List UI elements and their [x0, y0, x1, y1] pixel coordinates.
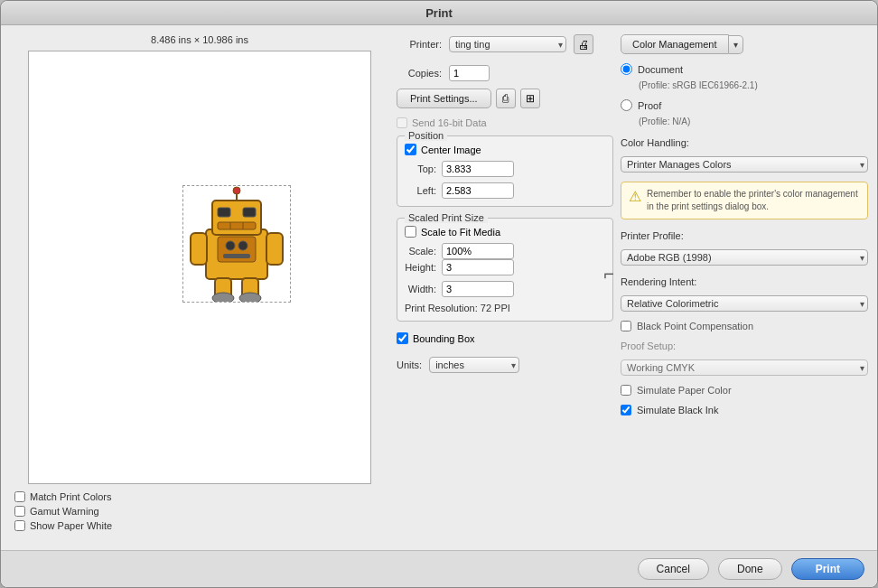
printer-label: Printer:: [397, 39, 442, 50]
color-management-header: Color Management ▾: [621, 34, 868, 54]
rendering-intent-select[interactable]: Relative Colorimetric: [621, 295, 868, 312]
printer-profile-select[interactable]: Adobe RGB (1998): [621, 249, 868, 266]
left-panel: 8.486 ins × 10.986 ins: [10, 34, 389, 541]
preview-area: [28, 51, 371, 484]
warning-icon: ⚠: [629, 188, 641, 205]
bounding-box-row: Bounding Box: [397, 332, 613, 344]
print-button[interactable]: Print: [791, 558, 864, 580]
svg-point-17: [212, 293, 234, 302]
scale-field-row: Scale:: [405, 243, 605, 259]
scaled-print-size-group: Scaled Print Size Scale to Fit Media Sca…: [397, 218, 613, 322]
svg-rect-14: [266, 233, 283, 265]
proof-radio-label: Proof: [638, 100, 661, 111]
robot-image: [183, 186, 290, 302]
units-select[interactable]: inches: [429, 357, 519, 373]
proof-setup-select[interactable]: Working CMYK: [621, 359, 868, 376]
color-handling-select[interactable]: Printer Manages Colors: [621, 156, 868, 173]
top-field-row: Top:: [405, 161, 605, 177]
show-paper-white-checkbox[interactable]: [14, 520, 25, 531]
width-field-row: Width:: [405, 281, 605, 297]
color-handling-label: Color Handling:: [621, 137, 868, 148]
top-label: Top:: [405, 163, 436, 174]
match-print-colors-checkbox[interactable]: [14, 491, 25, 502]
gamut-warning-row: Gamut Warning: [14, 506, 112, 517]
printer-profile-label: Printer Profile:: [621, 230, 868, 241]
done-button[interactable]: Done: [718, 558, 782, 580]
proof-radio-row: Proof: [621, 99, 868, 111]
svg-point-18: [239, 293, 261, 302]
dialog-body: 8.486 ins × 10.986 ins: [1, 25, 877, 550]
cancel-button[interactable]: Cancel: [638, 558, 709, 580]
proof-radio[interactable]: [621, 99, 632, 111]
bounding-box-label: Bounding Box: [413, 333, 475, 344]
warning-box: ⚠ Remember to enable the printer's color…: [621, 182, 868, 219]
height-input[interactable]: [442, 259, 514, 275]
copies-input[interactable]: [449, 65, 490, 81]
units-select-container: inches: [429, 357, 519, 373]
simulate-black-row: Simulate Black Ink: [621, 405, 868, 415]
width-input[interactable]: [442, 281, 514, 297]
simulate-black-checkbox[interactable]: [621, 405, 631, 415]
document-profile-label: (Profile: sRGB IEC61966-2.1): [639, 80, 868, 90]
link-icon: ⌐: [603, 265, 614, 283]
units-label: Units:: [397, 359, 422, 370]
gamut-warning-checkbox[interactable]: [14, 506, 25, 517]
copies-label: Copies:: [397, 68, 442, 79]
height-field-row: Height:: [405, 259, 605, 275]
printer-profile-dropdown-row: Adobe RGB (1998): [621, 249, 868, 266]
dialog-footer: Cancel Done Print: [1, 550, 877, 587]
link-brace: ⌐: [603, 265, 614, 283]
scaled-print-size-title: Scaled Print Size: [405, 212, 488, 223]
simulate-paper-row: Simulate Paper Color: [621, 385, 868, 396]
rendering-intent-select-container: Relative Colorimetric: [621, 295, 868, 312]
print-dialog: Print 8.486 ins × 10.986 ins: [0, 0, 878, 588]
robot-container: [182, 185, 291, 303]
printer-icon-btn[interactable]: 🖨: [574, 34, 593, 54]
svg-rect-12: [223, 254, 250, 258]
width-label: Width:: [405, 284, 436, 294]
center-image-checkbox[interactable]: [405, 144, 416, 155]
document-radio-row: Document: [621, 63, 868, 75]
print-settings-button[interactable]: Print Settings...: [397, 89, 491, 108]
settings-row: Print Settings... ⎙ ⊞: [397, 89, 613, 108]
color-handling-dropdown-row: Printer Manages Colors: [621, 156, 868, 173]
bounding-box-checkbox[interactable]: [397, 332, 408, 344]
dialog-title: Print: [425, 6, 453, 20]
proof-setup-select-container: Working CMYK: [621, 359, 868, 376]
svg-rect-6: [218, 222, 256, 229]
send16bit-label: Send 16-bit Data: [412, 117, 487, 128]
black-point-label: Black Point Compensation: [637, 321, 753, 331]
top-input[interactable]: [442, 161, 514, 177]
simulate-paper-label: Simulate Paper Color: [637, 385, 732, 396]
send16bit-row: Send 16-bit Data: [397, 117, 613, 128]
proof-setup-label: Proof Setup:: [621, 341, 868, 351]
scale-to-fit-checkbox[interactable]: [405, 226, 416, 238]
middle-panel: Printer: ting ting 🖨 Copies: Print Setti…: [397, 34, 613, 541]
position-group: Position Center Image Top: Left:: [397, 135, 613, 207]
svg-rect-5: [243, 208, 256, 217]
black-point-row: Black Point Compensation: [621, 321, 868, 331]
units-row: Units: inches: [397, 357, 613, 373]
simulate-paper-checkbox[interactable]: [621, 385, 631, 396]
simulate-black-label: Simulate Black Ink: [637, 405, 718, 415]
color-management-arrow[interactable]: ▾: [729, 35, 743, 54]
document-radio[interactable]: [621, 63, 632, 75]
icon-btn-2[interactable]: ⊞: [520, 89, 540, 108]
svg-point-10: [226, 241, 235, 250]
left-label: Left:: [405, 185, 436, 196]
height-label: Height:: [405, 262, 436, 273]
printer-select[interactable]: ting ting: [449, 36, 566, 52]
icon-btn-1[interactable]: ⎙: [496, 89, 516, 108]
match-print-colors-row: Match Print Colors: [14, 491, 112, 502]
left-field-row: Left:: [405, 182, 605, 199]
bottom-checkboxes: Match Print Colors Gamut Warning Show Pa…: [10, 491, 112, 531]
rendering-intent-dropdown-row: Relative Colorimetric: [621, 295, 868, 312]
send16bit-checkbox: [397, 117, 407, 128]
scale-input[interactable]: [442, 243, 514, 259]
left-input[interactable]: [442, 182, 514, 199]
color-management-button[interactable]: Color Management: [621, 34, 729, 54]
document-radio-label: Document: [638, 64, 683, 75]
black-point-checkbox[interactable]: [621, 321, 631, 331]
svg-point-3: [233, 187, 240, 194]
gamut-warning-label: Gamut Warning: [30, 506, 99, 517]
